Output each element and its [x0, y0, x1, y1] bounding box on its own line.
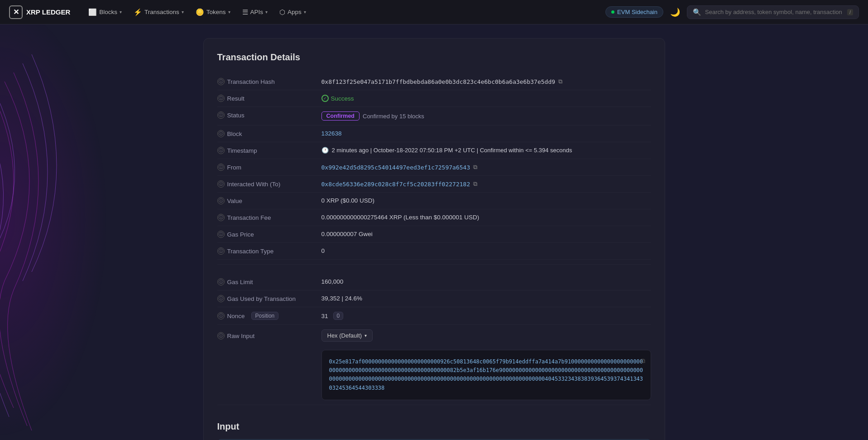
field-row-gas-limit: ⓘ Gas Limit 160,000 — [217, 274, 651, 290]
nav-menu: ⬜ Blocks ▾ ⚡ Transactions ▾ 🪙 Tokens ▾ ☰… — [83, 5, 605, 19]
hex-select-label: Hex (Default) — [327, 332, 362, 339]
search-input[interactable] — [705, 9, 844, 15]
value-result: ✓ Success — [321, 95, 651, 102]
field-row-transaction-fee: ⓘ Transaction Fee 0.000000000000275464 X… — [217, 209, 651, 226]
info-icon-status[interactable]: ⓘ — [217, 111, 225, 119]
label-interacted-with: ⓘ Interacted With (To) — [217, 180, 321, 188]
nav-item-apis[interactable]: ☰ APIs ▾ — [237, 5, 273, 19]
field-row-gas-used: ⓘ Gas Used by Transaction 39,352 | 24.6% — [217, 290, 651, 307]
transactions-chevron-icon: ▾ — [182, 10, 184, 15]
copy-from-icon[interactable]: ⧉ — [473, 164, 477, 171]
label-transaction-hash: ⓘ Transaction Hash — [217, 78, 321, 85]
copy-to-icon[interactable]: ⧉ — [473, 180, 477, 188]
apps-chevron-icon: ▾ — [304, 10, 306, 15]
transaction-details-card: Transaction Details ⓘ Transaction Hash 0… — [203, 38, 665, 440]
raw-input-box: 0x25e817af000000000000000000000000926c50… — [321, 350, 651, 400]
apis-chevron-icon: ▾ — [265, 10, 268, 15]
value-value: 0 XRP ($0.00 USD) — [321, 197, 651, 204]
nav-item-tokens[interactable]: 🪙 Tokens ▾ — [190, 5, 236, 19]
blocks-chevron-icon: ▾ — [120, 10, 122, 15]
transactions-icon: ⚡ — [134, 8, 142, 16]
field-row-gas-price: ⓘ Gas Price 0.000000007 Gwei — [217, 226, 651, 243]
label-raw-input: ⓘ Raw Input — [217, 329, 321, 339]
info-icon-hash[interactable]: ⓘ — [217, 78, 225, 85]
label-value: ⓘ Value — [217, 197, 321, 204]
field-row-transaction-hash: ⓘ Transaction Hash 0x8f123f25e047a5171b7… — [217, 73, 651, 90]
label-transaction-fee: ⓘ Transaction Fee — [217, 214, 321, 221]
info-icon-from[interactable]: ⓘ — [217, 164, 225, 171]
value-gas-used: 39,352 | 24.6% — [321, 295, 651, 302]
nav-right: EVM Sidechain 🌙 🔍 / — [605, 5, 859, 19]
logo[interactable]: ✕ XRP LEDGER — [9, 5, 70, 19]
field-row-from: ⓘ From 0x992e42d5d8295c54014497eed3ef1c7… — [217, 159, 651, 176]
gas-price-amount: 0.000000007 Gwei — [321, 231, 373, 237]
block-link[interactable]: 132638 — [321, 130, 342, 137]
info-icon-timestamp[interactable]: ⓘ — [217, 147, 225, 154]
clock-icon: 🕐 — [321, 147, 329, 154]
info-icon-value[interactable]: ⓘ — [217, 197, 225, 204]
info-icon-block[interactable]: ⓘ — [217, 130, 225, 137]
info-icon-to[interactable]: ⓘ — [217, 180, 225, 188]
label-timestamp: ⓘ Timestamp — [217, 147, 321, 154]
copy-raw-input-icon[interactable]: ⧉ — [641, 356, 645, 366]
info-icon-result[interactable]: ⓘ — [217, 95, 225, 102]
gas-used-amount: 39,352 | 24.6% — [321, 295, 363, 302]
search-bar[interactable]: 🔍 / — [687, 5, 859, 19]
field-row-value: ⓘ Value 0 XRP ($0.00 USD) — [217, 193, 651, 209]
hash-value: 0x8f123f25e047a5171b7ffbdbebda86a0e0b3dc… — [321, 78, 556, 85]
fee-amount: 0.000000000000275464 XRP (Less than $0.0… — [321, 214, 480, 221]
evm-badge[interactable]: EVM Sidechain — [605, 6, 663, 18]
value-raw-input: Hex (Default) ▾ 0x25e817af00000000000000… — [321, 329, 651, 400]
hex-select-button[interactable]: Hex (Default) ▾ — [321, 329, 373, 342]
to-address-link[interactable]: 0x8cde56336e289c028c8f7cf5c20283ff022721… — [321, 181, 470, 188]
nav-blocks-label: Blocks — [99, 9, 117, 15]
info-icon-gas-limit[interactable]: ⓘ — [217, 278, 225, 285]
copy-hash-icon[interactable]: ⧉ — [558, 78, 562, 85]
nav-apps-label: Apps — [288, 9, 302, 15]
value-interacted-with: 0x8cde56336e289c028c8f7cf5c20283ff022721… — [321, 180, 651, 188]
nonce-value: 31 — [321, 313, 328, 319]
info-icon-nonce[interactable]: ⓘ — [217, 312, 225, 319]
nav-tokens-label: Tokens — [206, 9, 226, 15]
nav-apis-label: APIs — [250, 9, 264, 15]
confirmed-badge: Confirmed — [321, 111, 360, 121]
value-status: Confirmed Confirmed by 15 blocks — [321, 111, 651, 121]
label-transaction-type: ⓘ Transaction Type — [217, 247, 321, 255]
success-label: Success — [331, 95, 354, 102]
info-icon-raw-input[interactable]: ⓘ — [217, 332, 225, 339]
nonce-position-value: 0 — [333, 312, 344, 320]
nav-item-blocks[interactable]: ⬜ Blocks ▾ — [83, 5, 127, 19]
value-amount: 0 XRP ($0.00 USD) — [321, 197, 375, 204]
section-divider — [217, 264, 651, 265]
apis-icon: ☰ — [242, 8, 248, 16]
tokens-chevron-icon: ▾ — [228, 10, 230, 15]
success-dot-icon: ✓ — [321, 95, 329, 102]
from-address-link[interactable]: 0x992e42d5d8295c54014497eed3ef1c72597a65… — [321, 164, 470, 171]
nav-item-transactions[interactable]: ⚡ Transactions ▾ — [128, 5, 189, 19]
hex-chevron-icon: ▾ — [364, 333, 367, 338]
dark-mode-button[interactable]: 🌙 — [668, 5, 682, 19]
label-result: ⓘ Result — [217, 95, 321, 102]
search-slash: / — [847, 9, 853, 15]
field-row-timestamp: ⓘ Timestamp 🕐 2 minutes ago | October-18… — [217, 142, 651, 159]
tokens-icon: 🪙 — [196, 8, 204, 16]
label-from: ⓘ From — [217, 164, 321, 171]
value-timestamp: 🕐 2 minutes ago | October-18-2022 07:50:… — [321, 147, 651, 154]
info-icon-gas-price[interactable]: ⓘ — [217, 231, 225, 238]
label-block: ⓘ Block — [217, 130, 321, 137]
info-icon-gas-used[interactable]: ⓘ — [217, 295, 225, 302]
field-row-transaction-type: ⓘ Transaction Type 0 — [217, 243, 651, 260]
position-badge: Position — [251, 312, 279, 320]
value-transaction-type: 0 — [321, 247, 651, 254]
value-nonce: 31 0 — [321, 312, 651, 320]
field-row-block: ⓘ Block 132638 — [217, 126, 651, 142]
evm-label: EVM Sidechain — [617, 9, 657, 15]
label-gas-price: ⓘ Gas Price — [217, 231, 321, 238]
info-icon-fee[interactable]: ⓘ — [217, 214, 225, 221]
info-icon-tx-type[interactable]: ⓘ — [217, 247, 225, 255]
nav-item-apps[interactable]: ⬡ Apps ▾ — [274, 5, 312, 19]
value-gas-price: 0.000000007 Gwei — [321, 231, 651, 237]
main-content: Transaction Details ⓘ Transaction Hash 0… — [194, 24, 674, 440]
field-row-interacted-with: ⓘ Interacted With (To) 0x8cde56336e289c0… — [217, 176, 651, 193]
label-gas-limit: ⓘ Gas Limit — [217, 278, 321, 285]
